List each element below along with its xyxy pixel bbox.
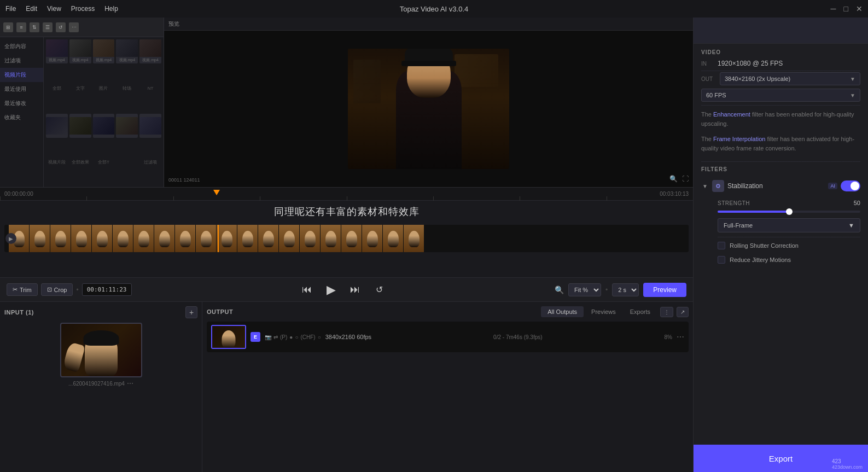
stabilization-icon: ⚙	[712, 180, 724, 192]
divider-1	[701, 71, 860, 71]
preview-header: 预览	[164, 18, 693, 31]
sidebar-recent-modified[interactable]: 最近修改	[0, 96, 43, 110]
close-button[interactable]: ✕	[856, 4, 863, 13]
center-area: ⊞ ≡ ⇅ ☰ ↺ ⋯ 全部内容 过滤项 视频片段 最近使用 最近修改 收藏夹	[0, 18, 693, 472]
rolling-shutter-checkbox[interactable]	[718, 242, 725, 249]
file-thumb-7[interactable]	[69, 114, 91, 138]
skip-forward-button[interactable]: ⏭	[346, 281, 364, 299]
tab-all-outputs[interactable]: All Outputs	[541, 306, 584, 317]
sidebar-favorites[interactable]: 收藏夹	[0, 110, 43, 125]
file-thumb-2[interactable]: 视频.mp4	[69, 39, 91, 63]
track-frame-6	[113, 225, 133, 252]
info-text-1: The Enhancement filter has been enabled …	[701, 107, 860, 131]
reduce-jittery-label: Reduce Jittery Motions	[730, 257, 791, 263]
preview-button[interactable]: Preview	[643, 283, 686, 297]
output-icon-camera: 📷	[265, 334, 271, 340]
fb-icon-sort[interactable]: ⇅	[30, 22, 39, 32]
input-panel-title: INPUT (1)	[4, 309, 34, 316]
track-toggle-btn[interactable]: ▶	[5, 233, 16, 244]
output-thumbnail	[211, 325, 246, 349]
mode-dropdown[interactable]: Full-Frame ▼	[718, 218, 860, 232]
strength-slider-fill	[718, 211, 789, 213]
file-thumb-row3-label-3: 全部T	[93, 158, 115, 166]
maximize-button[interactable]: □	[844, 4, 848, 13]
fb-icon-refresh[interactable]: ↺	[56, 22, 66, 32]
output-icon-arrows: ⇄	[273, 334, 278, 340]
sidebar-recent[interactable]: 最近使用	[0, 82, 43, 96]
file-thumb-3[interactable]: 视频.mp4	[93, 39, 115, 63]
menu-view[interactable]: View	[47, 5, 61, 13]
output-icon-dot3: ○	[318, 334, 321, 340]
tab-previews[interactable]: Previews	[585, 306, 622, 317]
menu-edit[interactable]: Edit	[26, 5, 37, 13]
fb-icon-more[interactable]: ⋯	[69, 22, 79, 32]
tab-exports[interactable]: Exports	[624, 306, 657, 317]
play-button[interactable]: ▶	[322, 281, 340, 299]
skip-back-button[interactable]: ⏮	[298, 281, 316, 299]
minimize-button[interactable]: ─	[831, 4, 836, 13]
reduce-jittery-checkbox[interactable]	[718, 256, 725, 264]
output-tag-p: (P)	[280, 334, 287, 340]
transport-timecode[interactable]: 00:01:11:23	[82, 283, 132, 296]
file-grid: 视频.mp4 视频.mp4 视频.mp4 视频.mp4	[44, 37, 164, 187]
transport-center: ⏮ ▶ ⏭ ↺	[298, 281, 388, 299]
menu-process[interactable]: Process	[71, 5, 95, 13]
output-expand-button[interactable]: ↗	[677, 307, 689, 317]
file-thumb-1[interactable]: 视频.mp4	[46, 39, 68, 63]
rolling-shutter-row: Rolling Shutter Correction	[718, 238, 860, 253]
track-frame-18	[362, 225, 383, 252]
sidebar-filter[interactable]: 过滤项	[0, 54, 43, 68]
input-hat	[83, 330, 119, 346]
fps-dropdown[interactable]: 60 FPS ▼	[701, 89, 860, 102]
out-dropdown-arrow: ▼	[850, 76, 855, 82]
interval-select[interactable]: 2 s	[612, 283, 639, 296]
menu-file[interactable]: File	[5, 5, 16, 13]
preview-timecode-left: 00011 124011	[168, 177, 200, 183]
preview-expand-icon[interactable]: ⛶	[682, 175, 689, 183]
zoom-icon: 🔍	[555, 285, 564, 294]
info-highlight-enhancement: Enhancement	[713, 111, 750, 118]
divider-2	[701, 105, 860, 106]
file-thumb-8[interactable]	[93, 114, 115, 138]
track-frame-13	[258, 225, 279, 252]
file-thumb-10[interactable]	[139, 114, 161, 138]
fb-icon-list[interactable]: ≡	[16, 22, 26, 32]
crop-button[interactable]: ⊡ Crop	[41, 283, 73, 296]
crop-icon: ⊡	[47, 286, 52, 293]
menu-help[interactable]: Help	[104, 5, 118, 13]
app-title: Topaz Video AI v3.0.4	[400, 5, 469, 13]
export-bar[interactable]: Export 423 423down.com	[694, 445, 868, 472]
out-dropdown[interactable]: 3840×2160 (2x Upscale) ▼	[720, 72, 860, 85]
output-options-button[interactable]: ⋮	[660, 307, 673, 317]
fb-icon-filter[interactable]: ☰	[43, 22, 53, 32]
strength-slider-track[interactable]	[718, 211, 860, 213]
zoom-select[interactable]: Fit %	[568, 283, 601, 296]
output-header: OUTPUT All Outputs Previews Exports ⋮ ↗	[207, 306, 689, 317]
stabilization-chevron[interactable]: ▼	[701, 182, 709, 190]
stabilization-filter-header: ▼ ⚙ Stabilization AI	[701, 177, 860, 195]
fb-icon-grid[interactable]: ⊞	[3, 22, 13, 32]
video-out-row: OUT 3840×2160 (2x Upscale) ▼	[701, 72, 860, 85]
stabilization-toggle[interactable]	[841, 180, 860, 191]
preview-zoom-icon[interactable]: 🔍	[669, 175, 678, 183]
sidebar-video-clips[interactable]: 视频片段	[0, 68, 43, 82]
strength-label: STRENGTH	[718, 200, 750, 206]
preview-title: 预览	[168, 20, 179, 28]
add-input-button[interactable]: +	[185, 306, 197, 318]
file-thumb-4[interactable]: 视频.mp4	[116, 39, 138, 63]
trim-button[interactable]: ✂ Trim	[7, 283, 38, 296]
output-more-button[interactable]: ⋯	[677, 333, 684, 341]
file-thumb-5[interactable]: 视频.mp4	[139, 39, 161, 63]
sidebar-all-content[interactable]: 全部内容	[0, 39, 43, 54]
strength-slider-thumb[interactable]	[786, 208, 793, 215]
right-top-preview	[694, 18, 868, 44]
file-thumb-9[interactable]	[116, 114, 138, 138]
output-info: 3840x2160 60fps 0/2 - 7m46s (9.3fps) 8%	[325, 334, 672, 340]
input-thumbnail	[60, 323, 142, 377]
file-thumb-6[interactable]	[46, 114, 68, 138]
top-area: ⊞ ≡ ⇅ ☰ ↺ ⋯ 全部内容 过滤项 视频片段 最近使用 最近修改 收藏夹	[0, 18, 693, 187]
input-more-icon[interactable]: ⋯	[127, 380, 133, 387]
loop-button[interactable]: ↺	[370, 281, 388, 299]
mode-dropdown-arrow: ▼	[848, 222, 854, 229]
track-frame-19	[383, 225, 404, 252]
